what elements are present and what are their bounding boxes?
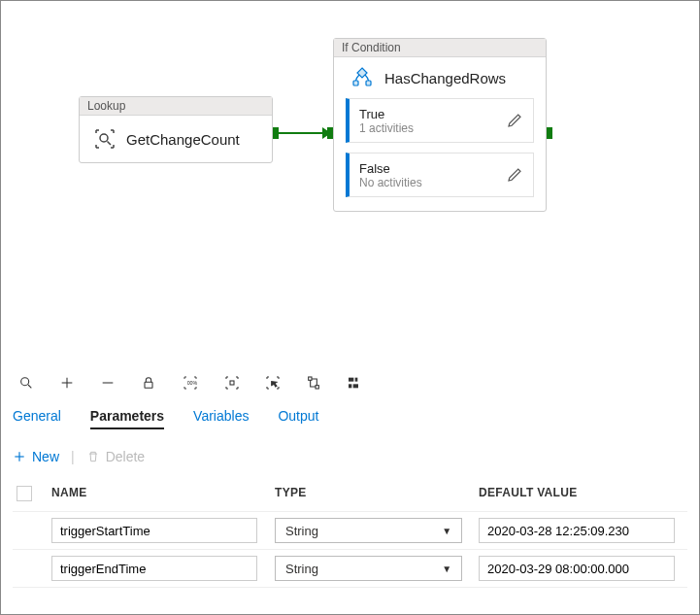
false-subtext: No activities xyxy=(359,176,506,189)
svg-rect-15 xyxy=(349,378,353,382)
svg-rect-16 xyxy=(355,378,358,382)
table-row: String ▼ xyxy=(13,511,687,549)
param-type-select[interactable]: String ▼ xyxy=(275,556,462,581)
tab-output[interactable]: Output xyxy=(278,404,318,429)
fullscreen-select-icon[interactable] xyxy=(265,375,281,391)
svg-rect-10 xyxy=(145,382,152,388)
connector-line xyxy=(279,132,327,134)
fit-screen-icon[interactable] xyxy=(224,375,240,391)
activity-ifcondition-name: HasChangedRows xyxy=(384,70,506,86)
lock-icon[interactable] xyxy=(141,375,156,391)
svg-text:00%: 00% xyxy=(187,380,198,386)
autolayout-icon[interactable] xyxy=(306,375,321,391)
svg-line-1 xyxy=(108,142,112,146)
edit-false-icon[interactable] xyxy=(506,166,523,184)
false-label: False xyxy=(359,161,506,176)
ifcondition-false-branch[interactable]: False No activities xyxy=(346,153,534,197)
pipeline-canvas[interactable]: Lookup GetChangeCount If Condition xyxy=(1,1,699,365)
align-icon[interactable] xyxy=(347,375,362,391)
tab-parameters[interactable]: Parameters xyxy=(90,404,164,429)
activity-lookup-header: Lookup xyxy=(80,97,272,116)
param-type-value: String xyxy=(285,562,318,576)
chevron-down-icon: ▼ xyxy=(442,526,451,536)
svg-rect-3 xyxy=(366,81,371,85)
svg-point-0 xyxy=(100,134,108,142)
action-separator: | xyxy=(71,449,75,464)
minus-icon[interactable] xyxy=(100,375,116,391)
table-row: String ▼ xyxy=(13,549,687,588)
svg-line-6 xyxy=(28,385,31,388)
param-type-value: String xyxy=(285,524,318,538)
grid-header: NAME TYPE DEFAULT VALUE xyxy=(13,478,687,511)
svg-point-5 xyxy=(21,378,29,386)
svg-marker-4 xyxy=(357,68,367,78)
chevron-down-icon: ▼ xyxy=(442,564,451,574)
delete-button: Delete xyxy=(86,449,145,464)
plus-icon[interactable] xyxy=(59,375,75,391)
svg-rect-13 xyxy=(309,377,312,380)
delete-label: Delete xyxy=(106,449,145,464)
activity-ifcondition[interactable]: If Condition HasChangedRows True 1 activ… xyxy=(333,38,547,212)
tab-variables[interactable]: Variables xyxy=(193,404,249,429)
param-default-input[interactable] xyxy=(479,556,675,581)
new-button[interactable]: New xyxy=(13,449,59,464)
search-icon[interactable] xyxy=(18,375,34,391)
col-type: TYPE xyxy=(275,486,479,501)
param-name-input[interactable] xyxy=(51,518,257,543)
svg-rect-17 xyxy=(349,384,351,388)
activity-ifcondition-header: If Condition xyxy=(334,39,546,57)
param-default-input[interactable] xyxy=(479,518,675,543)
ifcondition-true-branch[interactable]: True 1 activities xyxy=(346,98,534,143)
edit-true-icon[interactable] xyxy=(506,112,523,129)
svg-rect-18 xyxy=(353,384,358,388)
param-type-select[interactable]: String ▼ xyxy=(275,518,462,543)
tab-bar: General Parameters Variables Output xyxy=(1,404,699,433)
connector-output-ifcond[interactable] xyxy=(547,127,552,139)
true-label: True xyxy=(359,107,506,121)
ifcondition-icon xyxy=(350,67,375,88)
trash-icon xyxy=(86,450,100,463)
col-default: DEFAULT VALUE xyxy=(479,486,692,501)
canvas-toolbar: 00% xyxy=(1,365,699,404)
select-all-checkbox[interactable] xyxy=(17,486,32,501)
new-label: New xyxy=(32,449,59,464)
true-subtext: 1 activities xyxy=(359,121,506,135)
activity-lookup-name: GetChangeCount xyxy=(126,131,240,148)
tab-general[interactable]: General xyxy=(13,404,61,429)
svg-rect-2 xyxy=(353,81,358,85)
activity-lookup[interactable]: Lookup GetChangeCount xyxy=(79,96,273,163)
parameters-panel: New | Delete NAME TYPE DEFAULT VALUE Str… xyxy=(1,433,699,588)
connector-input[interactable] xyxy=(327,127,333,139)
lookup-icon xyxy=(93,127,117,151)
col-name: NAME xyxy=(51,486,275,501)
param-name-input[interactable] xyxy=(51,556,257,581)
zoom-reset-icon[interactable]: 00% xyxy=(182,375,199,391)
svg-rect-14 xyxy=(316,386,318,389)
svg-rect-12 xyxy=(230,381,234,385)
